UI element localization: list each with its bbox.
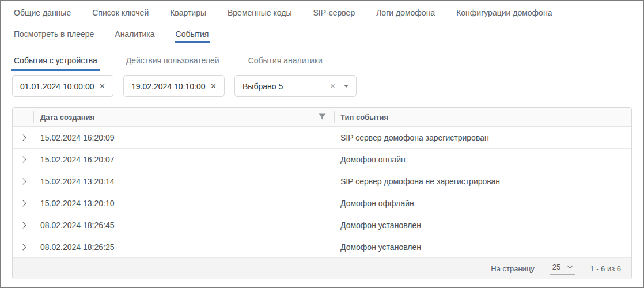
event-type: Домофон оффлайн xyxy=(334,199,631,208)
event-date: 15.02.2024 16:20:09 xyxy=(33,133,334,142)
expand-row-icon[interactable] xyxy=(20,200,26,206)
tab-events[interactable]: События xyxy=(176,29,209,43)
event-date: 08.02.2024 18:26:45 xyxy=(33,221,334,230)
type-column-label: Тип события xyxy=(340,113,388,122)
per-page-label: На страницу xyxy=(491,264,535,273)
date-to-input[interactable] xyxy=(131,82,207,91)
page-size-select[interactable]: 25 xyxy=(550,263,575,275)
table-header: Дата создания Тип события xyxy=(13,108,631,127)
date-from-input[interactable] xyxy=(20,82,96,91)
date-column-header: Дата создания xyxy=(33,108,334,126)
tab-sip-server[interactable]: SIP-сервер xyxy=(313,8,355,17)
tab-view-in-player[interactable]: Посмотреть в плеере xyxy=(14,29,94,43)
table-footer: На страницу 25 1 - 6 из 6 xyxy=(13,258,631,279)
tab-apartments[interactable]: Квартиры xyxy=(170,8,206,17)
app-window: Общие данные Список ключей Квартиры Врем… xyxy=(0,0,644,288)
table-row[interactable]: 08.02.2024 18:26:25 Домофон установлен xyxy=(13,236,631,258)
tab-temp-codes[interactable]: Временные коды xyxy=(228,8,292,17)
table-row[interactable]: 15.02.2024 13:20:14 SIP сервер домофона … xyxy=(13,170,631,192)
table-row[interactable]: 15.02.2024 16:20:09 SIP сервер домофона … xyxy=(13,127,631,149)
expand-row-icon[interactable] xyxy=(20,156,26,162)
filter-funnel-icon[interactable] xyxy=(319,113,326,120)
page-size-value: 25 xyxy=(552,263,560,271)
event-date: 15.02.2024 13:20:14 xyxy=(33,177,334,186)
pagination-range: 1 - 6 из 6 xyxy=(590,264,621,273)
event-type: SIP сервер домофона зарегистрирован xyxy=(334,133,631,142)
tab-intercom-logs[interactable]: Логи домофона xyxy=(376,8,435,17)
expand-row-icon[interactable] xyxy=(20,134,26,141)
tab-general-data[interactable]: Общие данные xyxy=(14,8,71,17)
event-date: 15.02.2024 13:20:10 xyxy=(33,199,334,208)
table-row[interactable]: 15.02.2024 16:20:07 Домофон онлайн xyxy=(13,149,631,170)
expander-column-header xyxy=(13,108,33,126)
clear-date-from-icon[interactable]: ✕ xyxy=(99,82,105,90)
date-column-label: Дата создания xyxy=(40,113,94,122)
event-type: Домофон онлайн xyxy=(334,155,631,164)
subtab-device-events[interactable]: События с устройства xyxy=(11,56,100,69)
table-row[interactable]: 08.02.2024 18:26:45 Домофон установлен xyxy=(13,214,631,236)
clear-event-type-icon[interactable]: ✕ xyxy=(329,82,336,90)
event-type: Домофон установлен xyxy=(334,221,631,230)
tab-analytics[interactable]: Аналитика xyxy=(115,29,154,43)
primary-tab-bar: Общие данные Список ключей Квартиры Врем… xyxy=(1,1,643,24)
events-subtab-bar: События с устройства Действия пользовате… xyxy=(1,56,643,69)
type-column-header: Тип события xyxy=(334,108,631,126)
event-type-select-value: Выбрано 5 xyxy=(243,82,283,91)
expand-row-icon[interactable] xyxy=(20,244,26,250)
clear-date-to-icon[interactable]: ✕ xyxy=(210,82,217,90)
filter-bar: ✕ ✕ Выбрано 5 ✕ xyxy=(12,75,643,97)
expand-row-icon[interactable] xyxy=(20,222,26,228)
subtab-user-actions[interactable]: Действия пользователей xyxy=(123,56,222,69)
chevron-down-icon xyxy=(567,263,573,269)
subtab-analytics-events[interactable]: События аналитики xyxy=(245,56,325,69)
event-type-select[interactable]: Выбрано 5 ✕ xyxy=(234,75,357,97)
event-date: 08.02.2024 18:26:25 xyxy=(33,242,334,252)
event-type: SIP сервер домофона не зарегистрирован xyxy=(334,177,631,186)
secondary-tab-bar: Посмотреть в плеере Аналитика События xyxy=(1,24,643,43)
table-row[interactable]: 15.02.2024 13:20:10 Домофон оффлайн xyxy=(13,192,631,214)
event-type: Домофон установлен xyxy=(334,242,631,252)
date-to-filter: ✕ xyxy=(123,75,225,97)
date-from-filter: ✕ xyxy=(12,75,113,97)
tab-key-list[interactable]: Список ключей xyxy=(92,8,149,17)
event-date: 15.02.2024 16:20:07 xyxy=(33,155,334,164)
dropdown-caret-icon[interactable] xyxy=(344,85,348,88)
tab-intercom-configs[interactable]: Конфигурации домофона xyxy=(456,8,552,17)
events-table: Дата создания Тип события 15.02.2024 16:… xyxy=(12,107,632,279)
expand-row-icon[interactable] xyxy=(20,178,26,184)
